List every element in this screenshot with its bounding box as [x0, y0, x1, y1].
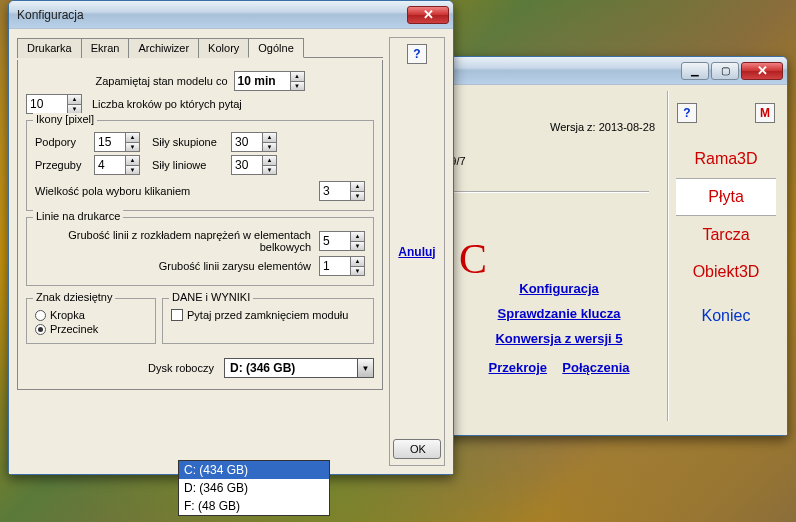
joints-label: Przeguby — [35, 159, 90, 171]
down-icon[interactable]: ▼ — [68, 105, 81, 114]
icons-legend: Ikony [pixel] — [33, 113, 97, 125]
tab-ogolne[interactable]: Ogólne — [248, 38, 303, 58]
pforces-label: Siły skupione — [152, 136, 227, 148]
clickfield-input[interactable] — [320, 182, 350, 200]
outline-label: Grubość linii zarysu elementów — [35, 260, 315, 272]
lforces-input[interactable] — [232, 156, 262, 174]
joints-input[interactable] — [95, 156, 125, 174]
lforces-spinner[interactable]: ▲▼ — [231, 155, 277, 175]
config-title: Konfiguracja — [17, 8, 407, 22]
data-results-legend: DANE i WYNIKI — [169, 291, 253, 303]
pforces-input[interactable] — [232, 133, 262, 151]
autosave-label: Zapamiętaj stan modelu co — [95, 75, 227, 87]
up-icon[interactable]: ▲ — [291, 72, 304, 82]
workdisk-option-1[interactable]: D: (346 GB) — [179, 479, 329, 497]
chevron-down-icon[interactable]: ▼ — [357, 359, 373, 377]
steps-spinner[interactable]: ▲▼ — [26, 94, 82, 114]
down-icon[interactable]: ▼ — [291, 82, 304, 91]
data-results-group: DANE i WYNIKI Pytaj przed zamknięciem mo… — [162, 298, 374, 344]
tab-drukarka[interactable]: Drukarka — [17, 38, 82, 58]
clickfield-spinner[interactable]: ▲▼ — [319, 181, 365, 201]
supports-label: Podpory — [35, 136, 90, 148]
tab-archiwizer[interactable]: Archiwizer — [128, 38, 199, 58]
link-config[interactable]: Konfiguracja — [479, 281, 639, 296]
autosave-spinner[interactable]: ▲▼ — [234, 71, 305, 91]
config-dialog: Konfiguracja ✕ Drukarka Ekran Archiwizer… — [8, 0, 454, 475]
up-icon[interactable]: ▲ — [68, 95, 81, 105]
link-keycheck[interactable]: Sprawdzanie klucza — [479, 306, 639, 321]
autosave-input[interactable] — [235, 72, 290, 90]
stress-input[interactable] — [320, 232, 350, 250]
pforces-spinner[interactable]: ▲▼ — [231, 132, 277, 152]
workdisk-value: D: (346 GB) — [225, 361, 357, 375]
lforces-label: Siły liniowe — [152, 159, 227, 171]
printer-lines-group: Linie na drukarce Grubość linii z rozkła… — [26, 217, 374, 286]
ok-button[interactable]: OK — [393, 439, 441, 459]
side-rama3d[interactable]: Rama3D — [676, 141, 776, 177]
help-button-main[interactable]: ? — [677, 103, 697, 123]
tab-strip: Drukarka Ekran Archiwizer Kolory Ogólne — [17, 37, 383, 58]
workdisk-option-2[interactable]: F: (48 GB) — [179, 497, 329, 515]
supports-spinner[interactable]: ▲▼ — [94, 132, 140, 152]
decimal-group: Znak dziesiętny Kropka Przecinek — [26, 298, 156, 344]
cancel-button[interactable]: Anuluj — [398, 245, 435, 259]
close-button[interactable]: ✕ — [741, 62, 783, 80]
m-badge[interactable]: M — [755, 103, 775, 123]
link-convert[interactable]: Konwersja z wersji 5 — [479, 331, 639, 346]
tab-ekran[interactable]: Ekran — [81, 38, 130, 58]
workdisk-option-0[interactable]: C: (434 GB) — [179, 461, 329, 479]
clickfield-label: Wielkość pola wyboru klikaniem — [35, 185, 315, 197]
workdisk-combo[interactable]: D: (346 GB) ▼ — [224, 358, 374, 378]
joints-spinner[interactable]: ▲▼ — [94, 155, 140, 175]
side-plyta[interactable]: Płyta — [676, 178, 776, 216]
icons-group: Ikony [pixel] Podpory ▲▼ Siły skupione ▲… — [26, 120, 374, 211]
outline-spinner[interactable]: ▲▼ — [319, 256, 365, 276]
config-close-button[interactable]: ✕ — [407, 6, 449, 24]
main-window: ▁ ▢ ✕ Wersja z: 2013-08-28 a 59/7 C Konf… — [418, 56, 788, 436]
radio-kropka[interactable]: Kropka — [35, 309, 147, 321]
side-koniec[interactable]: Koniec — [676, 298, 776, 334]
side-obiekt3d[interactable]: Obiekt3D — [676, 254, 776, 290]
workdisk-label: Dysk roboczy — [26, 362, 220, 374]
decimal-legend: Znak dziesiętny — [33, 291, 115, 303]
workdisk-dropdown[interactable]: C: (434 GB) D: (346 GB) F: (48 GB) — [178, 460, 330, 516]
link-connections[interactable]: Połączenia — [562, 360, 629, 375]
printer-lines-legend: Linie na drukarce — [33, 210, 123, 222]
link-sections[interactable]: Przekroje — [488, 360, 547, 375]
main-titlebar: ▁ ▢ ✕ — [419, 57, 787, 85]
steps-input[interactable] — [27, 95, 67, 113]
maximize-button[interactable]: ▢ — [711, 62, 739, 80]
config-titlebar: Konfiguracja ✕ — [9, 1, 453, 29]
help-button-config[interactable]: ? — [407, 44, 427, 64]
outline-input[interactable] — [320, 257, 350, 275]
minimize-button[interactable]: ▁ — [681, 62, 709, 80]
tab-kolory[interactable]: Kolory — [198, 38, 249, 58]
check-ask-before-close[interactable]: Pytaj przed zamknięciem modułu — [171, 309, 365, 321]
version-label: Wersja z: 2013-08-28 — [550, 121, 655, 133]
side-tarcza[interactable]: Tarcza — [676, 217, 776, 253]
radio-przecinek[interactable]: Przecinek — [35, 323, 147, 335]
steps-label: Liczba kroków po których pytaj — [92, 98, 242, 110]
stress-label: Grubość linii z rozkładem naprężeń w ele… — [35, 229, 315, 253]
stress-spinner[interactable]: ▲▼ — [319, 231, 365, 251]
supports-input[interactable] — [95, 133, 125, 151]
